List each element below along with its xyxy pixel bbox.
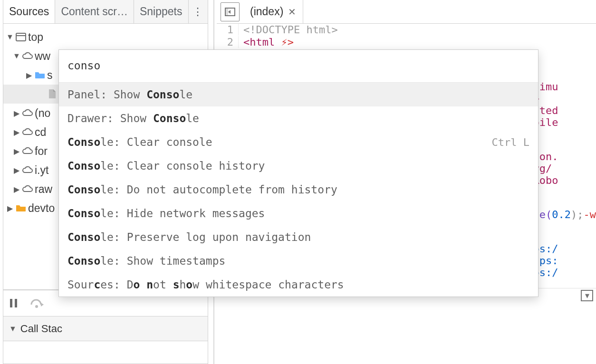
frame-icon: [14, 33, 28, 41]
command-menu-item[interactable]: Console: Do not autocomplete from histor…: [59, 178, 538, 201]
svg-marker-4: [41, 303, 44, 307]
more-tabs-button[interactable]: ⋮: [188, 0, 207, 23]
editor-tab-index[interactable]: (index) ✕: [243, 0, 303, 23]
scroll-down-button[interactable]: ▾: [581, 290, 593, 301]
call-stack-header[interactable]: ▼ Call Stac: [3, 316, 208, 341]
tree-label: raw: [35, 183, 52, 196]
command-menu-item-label: Console: Preserve log upon navigation: [67, 231, 311, 243]
tree-label: for: [35, 145, 48, 158]
sidebar-toggle-icon: [225, 8, 235, 16]
disclosure-triangle-icon: ▶: [13, 185, 20, 194]
toggle-navigator-button[interactable]: [221, 2, 240, 21]
command-menu-item-label: Sources: Do not show whitespace characte…: [67, 278, 344, 291]
tab-snippets-label: Snippets: [140, 5, 183, 18]
command-menu-item[interactable]: Console: Show timestamps: [59, 249, 538, 273]
sources-panel-tabs: Sources Content scr… Snippets ⋮: [3, 0, 208, 24]
command-menu-item[interactable]: Console: Clear consoleCtrl L: [59, 130, 538, 154]
svg-rect-2: [10, 299, 12, 307]
folder-icon: [14, 204, 28, 212]
disclosure-triangle-icon: ▶: [13, 147, 20, 156]
command-menu-item[interactable]: Console: Clear console history: [59, 154, 538, 178]
command-menu-item-label: Console: Hide network messages: [67, 207, 265, 220]
code-text: <!DOCTYPE html>: [243, 24, 338, 36]
svg-rect-0: [16, 33, 26, 41]
command-menu: Panel: Show ConsoleDrawer: Show ConsoleC…: [58, 49, 538, 297]
tab-content-scripts-label: Content scr…: [61, 5, 128, 18]
disclosure-triangle-icon: ▼: [9, 325, 17, 333]
cloud-icon: [20, 128, 35, 136]
command-menu-item-label: Console: Show timestamps: [67, 255, 225, 267]
pause-button[interactable]: [9, 298, 19, 308]
svg-rect-3: [15, 299, 17, 307]
command-menu-item-label: Console: Clear console: [67, 136, 212, 148]
code-text: <html: [243, 36, 281, 48]
cloud-icon: [20, 52, 35, 60]
command-menu-item-label: Panel: Show Console: [67, 88, 192, 101]
tree-label: cd: [35, 126, 46, 139]
file-icon: [45, 89, 59, 99]
line-number: 1: [217, 24, 239, 36]
tree-label: ww: [35, 50, 50, 63]
disclosure-triangle-icon: ▼: [6, 33, 14, 41]
svg-point-5: [35, 305, 38, 308]
tab-content-scripts[interactable]: Content scr…: [55, 0, 134, 23]
tree-label: devto: [28, 202, 55, 215]
tree-label: i.yt: [35, 164, 48, 177]
editor-tabbar: (index) ✕: [217, 0, 596, 24]
code-frag: -w: [584, 209, 596, 220]
cloud-icon: [20, 109, 35, 117]
cloud-icon: [20, 147, 35, 155]
cloud-icon: [20, 166, 35, 174]
command-menu-item[interactable]: Drawer: Show Console: [59, 106, 538, 130]
command-menu-item[interactable]: Panel: Show Console: [59, 83, 538, 106]
disclosure-triangle-icon: ▶: [25, 71, 33, 80]
step-over-button[interactable]: [30, 298, 44, 308]
panel-strip: [3, 341, 208, 364]
tree-label: top: [28, 31, 43, 44]
command-menu-item-label: Console: Clear console history: [67, 160, 265, 172]
disclosure-triangle-icon: ▶: [13, 166, 20, 175]
editor-tab-label: (index): [250, 5, 283, 18]
tab-sources[interactable]: Sources: [3, 0, 55, 23]
tab-snippets[interactable]: Snippets: [134, 0, 188, 23]
command-menu-list: Panel: Show ConsoleDrawer: Show ConsoleC…: [59, 83, 538, 297]
kebab-icon: ⋮: [192, 6, 203, 18]
close-tab-button[interactable]: ✕: [288, 6, 296, 18]
command-menu-item-label: Console: Do not autocomplete from histor…: [67, 183, 337, 196]
command-menu-item[interactable]: Sources: Do not show whitespace characte…: [59, 273, 538, 297]
disclosure-triangle-icon: ▶: [13, 109, 20, 118]
code-text: ⚡>: [281, 36, 294, 48]
tree-label: (no: [35, 107, 50, 120]
command-menu-item-label: Drawer: Show Console: [67, 112, 199, 125]
line-number: 2: [217, 36, 239, 48]
call-stack-label: Call Stac: [20, 323, 62, 335]
disclosure-triangle-icon: ▶: [13, 128, 20, 137]
folder-icon: [33, 71, 47, 79]
disclosure-triangle-icon: ▶: [6, 204, 14, 213]
cloud-icon: [20, 185, 35, 193]
code-frag: 0.2: [552, 209, 571, 220]
svg-rect-7: [225, 8, 228, 16]
tab-sources-label: Sources: [9, 5, 49, 18]
tree-label: s: [47, 69, 53, 82]
tree-row-top[interactable]: ▼ top: [3, 28, 208, 47]
chevron-down-icon: ▾: [585, 290, 589, 301]
svg-marker-8: [228, 10, 231, 14]
command-menu-item-shortcut: Ctrl L: [492, 136, 529, 148]
command-menu-item[interactable]: Console: Hide network messages: [59, 201, 538, 225]
command-menu-input[interactable]: [59, 50, 538, 83]
command-menu-item[interactable]: Console: Preserve log upon navigation: [59, 225, 538, 249]
code-frag: );: [571, 209, 584, 220]
disclosure-triangle-icon: ▼: [13, 52, 20, 60]
